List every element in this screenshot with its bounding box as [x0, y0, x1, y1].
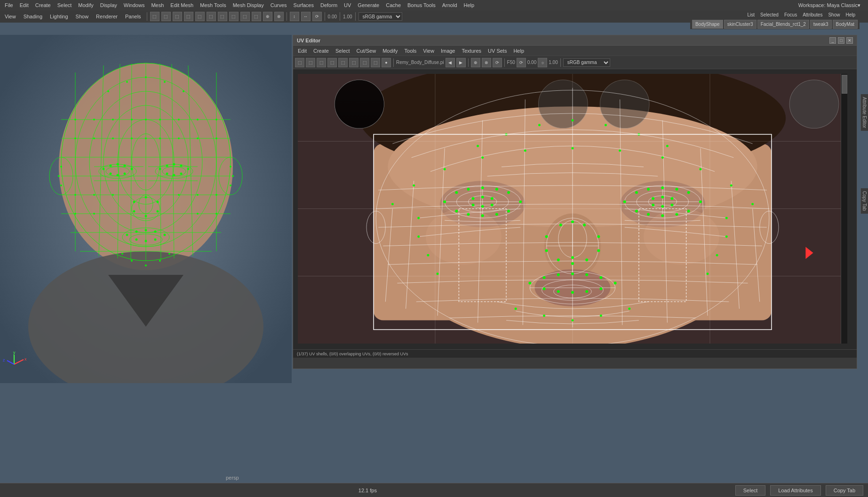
attribute-editor-tab[interactable]: Attribute Editor [860, 94, 868, 131]
uv-menu-image[interactable]: Image [438, 47, 458, 55]
node-facial-blends[interactable]: Facial_Blends_rct1_2 [757, 20, 809, 29]
uv-canvas-area[interactable]: (1/37) UV shells, (0/0) overlapping UVs,… [293, 69, 857, 358]
uv-tool-12[interactable]: ⊕ [471, 58, 480, 67]
menu-surfaces[interactable]: Surfaces [291, 1, 317, 9]
rpanel-selected[interactable]: Selected [758, 11, 781, 18]
node-skincluster[interactable]: skinCluster3 [724, 20, 757, 29]
uv-tool-3[interactable]: ⬚ [317, 58, 326, 67]
rpanel-focus[interactable]: Focus [782, 11, 799, 18]
copy-tab-side[interactable]: Copy Tab [860, 188, 868, 214]
uv-menu-create[interactable]: Create [311, 47, 332, 55]
menu-windows[interactable]: Windows [121, 1, 148, 9]
rpanel-show[interactable]: Show [826, 11, 842, 18]
uv-tool-13[interactable]: ⊗ [482, 58, 491, 67]
3d-model-view[interactable]: x y z [0, 35, 292, 383]
win-minimize-btn[interactable]: _ [829, 37, 836, 44]
uv-menu-select[interactable]: Select [333, 47, 353, 55]
toolbar-renderer[interactable]: Renderer [93, 13, 120, 20]
menu-arnold[interactable]: Arnold [439, 1, 460, 9]
tool-icon-5[interactable]: ⬚ [195, 12, 205, 21]
load-attributes-button[interactable]: Load Attributes [770, 485, 820, 496]
uv-menu-tools[interactable]: Tools [402, 47, 420, 55]
menu-cache[interactable]: Cache [383, 1, 404, 9]
uv-tool-9[interactable]: ● [382, 58, 391, 67]
workspace-selector[interactable]: Workspace: Maya Classic▾ [795, 0, 864, 10]
uv-menu-uvsets[interactable]: UV Sets [485, 47, 510, 55]
uv-tool-7[interactable]: ⬚ [360, 58, 369, 67]
toolbar-panels[interactable]: Panels [122, 13, 144, 20]
tool-icon-2[interactable]: ⬚ [161, 12, 171, 21]
tool-icon-7[interactable]: ⬚ [218, 12, 227, 21]
uv-color-space[interactable]: sRGB gamma [563, 58, 610, 67]
uv-tool-2[interactable]: ⬚ [306, 58, 315, 67]
uv-scrollbar[interactable] [841, 74, 847, 344]
menu-bonus-tools[interactable]: Bonus Tools [405, 1, 438, 9]
uv-brightness[interactable]: ☼ [538, 58, 547, 67]
uv-menu-edit[interactable]: Edit [295, 47, 310, 55]
menu-mesh-tools[interactable]: Mesh Tools [197, 1, 229, 9]
uv-tool-15[interactable]: ⟳ [517, 58, 526, 67]
menu-edit[interactable]: Edit [17, 1, 32, 9]
toolbar-lighting[interactable]: Lighting [47, 13, 71, 20]
svg-point-73 [112, 119, 114, 120]
menu-mesh-display[interactable]: Mesh Display [230, 1, 267, 9]
tool-icon-3[interactable]: ⬚ [173, 12, 182, 21]
menu-display[interactable]: Display [97, 1, 120, 9]
toolbar-show[interactable]: Show [73, 13, 92, 20]
uv-menu-view[interactable]: View [420, 47, 437, 55]
toolbar-view[interactable]: View [2, 13, 19, 20]
uv-menu-cutsew[interactable]: Cut/Sew [354, 47, 379, 55]
tool-icon-8[interactable]: ⬚ [229, 12, 239, 21]
win-close-btn[interactable]: ✕ [846, 37, 853, 44]
tool-icon-6[interactable]: ⬚ [207, 12, 216, 21]
tool-icon-4[interactable]: ⬚ [184, 12, 193, 21]
tool-icon-1[interactable]: ⬚ [150, 12, 159, 21]
menu-generate[interactable]: Generate [355, 1, 382, 9]
menu-uv[interactable]: UV [341, 1, 354, 9]
svg-point-88 [215, 137, 217, 139]
node-bodymat[interactable]: BodyMat [833, 20, 858, 29]
select-button[interactable]: Select [735, 485, 766, 496]
uv-tool-10[interactable]: ◀ [446, 58, 455, 67]
toolbar-shading[interactable]: Shading [21, 13, 45, 20]
uv-tool-8[interactable]: ⬚ [371, 58, 380, 67]
uv-tool-11[interactable]: ▶ [456, 58, 466, 67]
rpanel-list[interactable]: List [745, 11, 757, 18]
tool-icon-10[interactable]: ⬚ [252, 12, 261, 21]
tool-icon-15[interactable]: ⟳ [312, 12, 322, 21]
uv-menu-modify[interactable]: Modify [380, 47, 400, 55]
menu-curves[interactable]: Curves [268, 1, 290, 9]
rpanel-help[interactable]: Help [843, 11, 858, 18]
menu-file[interactable]: File [2, 1, 16, 9]
menu-mesh[interactable]: Mesh [148, 1, 167, 9]
tool-icon-13[interactable]: ↕ [290, 12, 299, 21]
tool-icon-11[interactable]: ⊕ [263, 12, 272, 21]
uv-tool-14[interactable]: ⟳ [493, 58, 502, 67]
menu-deform[interactable]: Deform [318, 1, 340, 9]
node-bodyshape[interactable]: BodyShape [692, 20, 723, 29]
uv-menu-textures[interactable]: Textures [459, 47, 484, 55]
tool-icon-9[interactable]: ⬚ [240, 12, 250, 21]
uv-canvas[interactable] [298, 74, 847, 344]
menu-edit-mesh[interactable]: Edit Mesh [167, 1, 196, 9]
rpanel-attributes[interactable]: Attributes [800, 11, 825, 18]
uv-tool-6[interactable]: ⬚ [349, 58, 358, 67]
uv-scrollbar-thumb[interactable] [842, 75, 847, 94]
node-tweak[interactable]: tweak3 [810, 20, 832, 29]
uv-tool-4[interactable]: ⬚ [327, 58, 337, 67]
tool-icon-14[interactable]: ↔ [301, 12, 311, 21]
menu-help[interactable]: Help [461, 1, 478, 9]
svg-point-254 [725, 217, 728, 219]
menu-create[interactable]: Create [32, 1, 54, 9]
uv-tool-1[interactable]: ⬚ [295, 58, 304, 67]
uv-menu-help[interactable]: Help [510, 47, 527, 55]
menu-select[interactable]: Select [55, 1, 75, 9]
uv-tool-5[interactable]: ⬚ [338, 58, 348, 67]
uv-editor-titlebar[interactable]: UV Editor _ □ ✕ [293, 35, 857, 46]
copy-tab-button[interactable]: Copy Tab [826, 485, 863, 496]
win-maximize-btn[interactable]: □ [838, 37, 844, 44]
menu-modify[interactable]: Modify [75, 1, 96, 9]
tool-icon-12[interactable]: ⊗ [274, 12, 284, 21]
color-space-dropdown[interactable]: sRGB gamma [358, 12, 402, 21]
svg-point-63 [126, 234, 128, 236]
